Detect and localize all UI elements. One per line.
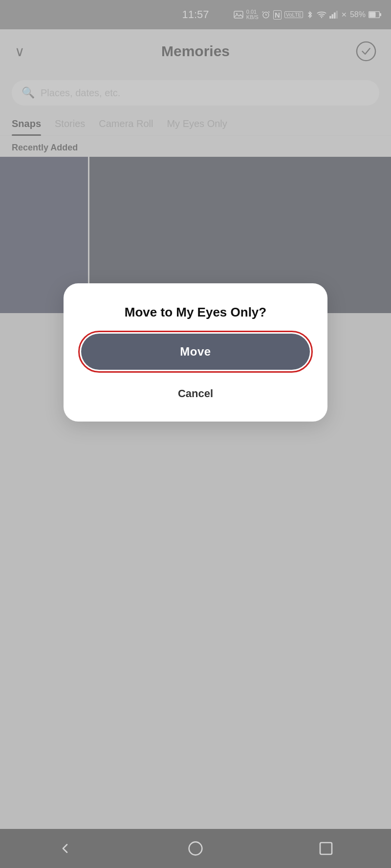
modal-overlay: Move to My Eyes Only? Move Cancel <box>0 0 391 868</box>
dialog-title: Move to My Eyes Only? <box>125 305 266 320</box>
move-button[interactable]: Move <box>81 334 310 370</box>
dialog: Move to My Eyes Only? Move Cancel <box>64 283 327 422</box>
cancel-button[interactable]: Cancel <box>166 383 225 404</box>
